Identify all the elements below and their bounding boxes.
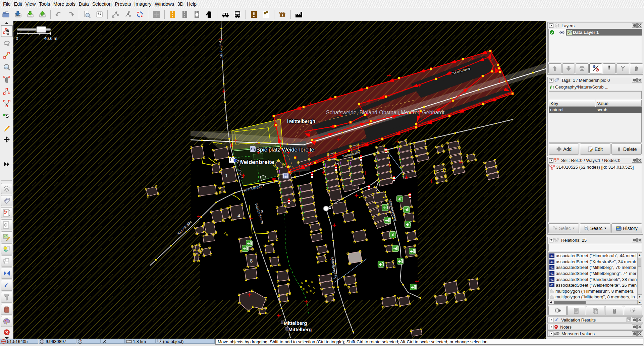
svg-text:Spielplatz Weidenbreite: Spielplatz Weidenbreite	[256, 147, 314, 153]
svg-text:41: 41	[550, 272, 553, 275]
svg-text:41: 41	[550, 266, 553, 269]
svg-text:41: 41	[550, 260, 553, 264]
svg-text:Mittelberg: Mittelberg	[284, 321, 307, 326]
svg-text:Mittelberg: Mittelberg	[288, 327, 312, 332]
svg-text:Mittelberg: Mittelberg	[289, 119, 312, 124]
svg-text:41: 41	[550, 284, 553, 287]
svg-text:Weidenbreite: Weidenbreite	[238, 159, 274, 165]
svg-text:46.6 m: 46.6 m	[44, 36, 57, 41]
svg-text:0: 0	[16, 36, 18, 41]
svg-text:8: 8	[250, 258, 253, 264]
svg-text:1: 1	[225, 173, 228, 178]
svg-text:41: 41	[550, 254, 553, 257]
svg-text:41: 41	[550, 278, 553, 281]
svg-text:4: 4	[237, 213, 240, 218]
svg-text:Schafsweide, Bioland-Obstbau M: Schafsweide, Bioland-Obstbau Manfred Geb…	[326, 110, 445, 115]
